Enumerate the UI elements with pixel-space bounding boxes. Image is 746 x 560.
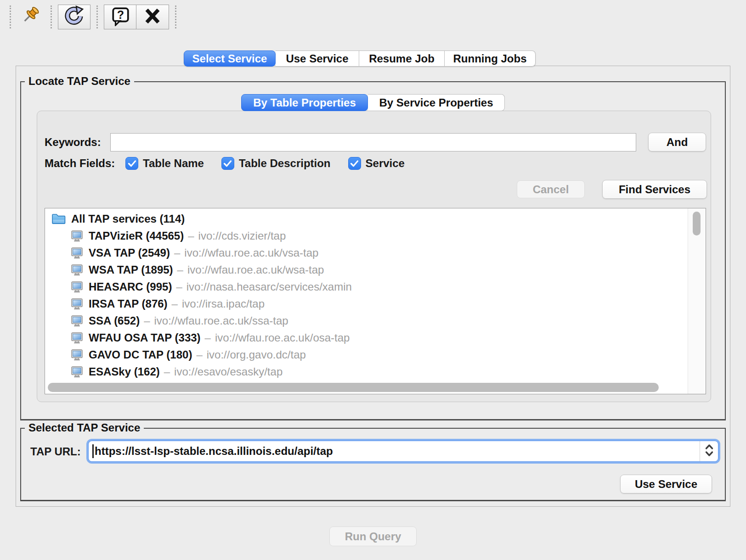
pin-icon [19,5,42,29]
horizontal-scrollbar-thumb[interactable] [48,383,659,392]
service-uri: ivo://esavo/esasky/tap [174,365,283,378]
service-row[interactable]: GAVO DC TAP (180) – ivo://org.gavo.dc/ta… [45,346,687,363]
checkbox-service-label: Service [366,157,405,170]
tab-resume-job[interactable]: Resume Job [359,50,445,67]
tab-running-jobs[interactable]: Running Jobs [445,50,536,67]
service-separator: – [164,365,170,378]
locate-tap-service-group: Locate TAP Service By Table Properties B… [20,81,726,420]
service-uri: ivo://cds.vizier/tap [198,230,286,242]
service-row[interactable]: SSA (652) – ivo://wfau.roe.ac.uk/ssa-tap [45,312,687,329]
service-separator: – [177,263,183,276]
service-separator: – [205,331,211,344]
service-uri: ivo://wfau.roe.ac.uk/ssa-tap [154,314,288,327]
service-monitor-icon [71,297,83,310]
service-row[interactable]: WSA TAP (1895) – ivo://wfau.roe.ac.uk/ws… [45,261,687,278]
service-monitor-icon [71,263,83,276]
search-actions-row: Cancel Find Services [517,180,707,199]
service-row[interactable]: WFAU OSA TAP (333) – ivo://wfau.roe.ac.u… [45,329,687,346]
folder-icon [51,213,66,225]
tab-select-service[interactable]: Select Service [184,50,276,67]
checkbox-table-name[interactable] [125,157,138,170]
service-name: HEASARC (995) [89,280,172,293]
close-icon [143,6,162,28]
service-monitor-icon [71,348,83,361]
service-name: WFAU OSA TAP (333) [89,331,201,344]
toolbar-drag-handle[interactable] [10,6,11,28]
service-name: IRSA TAP (876) [89,297,168,310]
close-button[interactable] [136,5,169,29]
service-name: GAVO DC TAP (180) [89,348,192,361]
selected-tap-service-group: Selected TAP Service TAP URL: https://ls… [20,428,726,501]
service-name: SSA (652) [89,314,140,327]
service-separator: – [176,280,182,293]
checkbox-table-name-label: Table Name [143,157,204,170]
help-button[interactable]: ? [104,5,136,29]
tap-url-label: TAP URL: [30,445,81,458]
service-monitor-icon [71,314,83,327]
service-monitor-icon [71,365,83,378]
service-uri: ivo://irsa.ipac/tap [182,297,265,310]
pin-button[interactable] [17,5,45,29]
tap-url-value: https://lsst-lsp-stable.ncsa.illinois.ed… [95,445,333,458]
text-caret [92,444,94,458]
subtab-by-service-properties[interactable]: By Service Properties [368,94,505,111]
checkbox-table-description-label: Table Description [239,157,331,170]
service-name: ESASky (162) [89,365,160,378]
service-name: TAPVizieR (44565) [89,230,184,242]
service-row[interactable]: IRSA TAP (876) – ivo://irsa.ipac/tap [45,295,687,312]
reload-button[interactable] [58,5,90,29]
horizontal-scrollbar[interactable] [45,381,687,394]
checkbox-table-description[interactable] [221,157,234,170]
by-table-properties-panel: Keywords: And Match Fields: Table Name T… [37,111,711,402]
vertical-scrollbar[interactable] [688,208,706,394]
chevron-up-down-icon [704,443,714,459]
service-separator: – [144,314,150,327]
service-uri: ivo://wfau.roe.ac.uk/vsa-tap [184,246,318,259]
toolbar: ? [4,4,182,30]
toolbar-drag-handle[interactable] [51,6,52,28]
service-separator: – [196,348,202,361]
services-scrollpane: All TAP services (114) TAPVizieR (44565)… [45,208,706,394]
service-name: VSA TAP (2549) [89,246,170,259]
toolbar-drag-handle[interactable] [175,6,176,28]
service-monitor-icon [71,280,83,293]
subtab-by-table-properties[interactable]: By Table Properties [241,94,368,111]
service-monitor-icon [71,230,83,242]
service-uri: ivo://nasa.heasarc/services/xamin [186,280,352,293]
run-query-button[interactable]: Run Query [329,526,417,546]
checkbox-service[interactable] [348,157,361,170]
locate-group-title: Locate TAP Service [25,75,134,88]
use-service-button[interactable]: Use Service [620,475,712,493]
vertical-scrollbar-thumb[interactable] [693,212,701,235]
toolbar-drag-handle[interactable] [96,6,98,28]
match-fields-row: Match Fields: Table Name Table Descripti… [45,157,422,170]
help-icon: ? [110,6,130,28]
svg-text:?: ? [117,8,124,21]
reload-icon [64,6,85,28]
tree-root-row[interactable]: All TAP services (114) [45,210,687,227]
service-row[interactable]: ESASky (162) – ivo://esavo/esasky/tap [45,363,687,380]
service-monitor-icon [71,246,83,259]
selected-group-title: Selected TAP Service [25,421,144,434]
service-uri: ivo://org.gavo.dc/tap [207,348,306,361]
keywords-label: Keywords: [45,136,110,149]
main-tabbar: Select Service Use Service Resume Job Ru… [184,50,536,67]
and-button[interactable]: And [648,133,706,151]
cancel-button[interactable]: Cancel [517,180,585,198]
service-uri: ivo://wfau.roe.ac.uk/wsa-tap [187,263,324,276]
tab-use-service[interactable]: Use Service [276,50,359,67]
keywords-row: Keywords: And [45,133,706,151]
tree-root-label: All TAP services (114) [71,213,185,225]
tap-url-combobox[interactable]: https://lsst-lsp-stable.ncsa.illinois.ed… [88,441,718,462]
service-name: WSA TAP (1895) [89,263,173,276]
service-row[interactable]: HEASARC (995) – ivo://nasa.heasarc/servi… [45,278,687,295]
service-uri: ivo://wfau.roe.ac.uk/osa-tap [215,331,350,344]
find-services-button[interactable]: Find Services [602,180,707,199]
service-row[interactable]: TAPVizieR (44565) – ivo://cds.vizier/tap [45,227,687,244]
combobox-stepper[interactable] [700,441,718,461]
locate-subtabbar: By Table Properties By Service Propertie… [21,94,725,111]
service-row[interactable]: VSA TAP (2549) – ivo://wfau.roe.ac.uk/vs… [45,244,687,261]
keywords-input[interactable] [110,133,636,151]
service-separator: – [188,230,194,242]
service-separator: – [172,297,178,310]
